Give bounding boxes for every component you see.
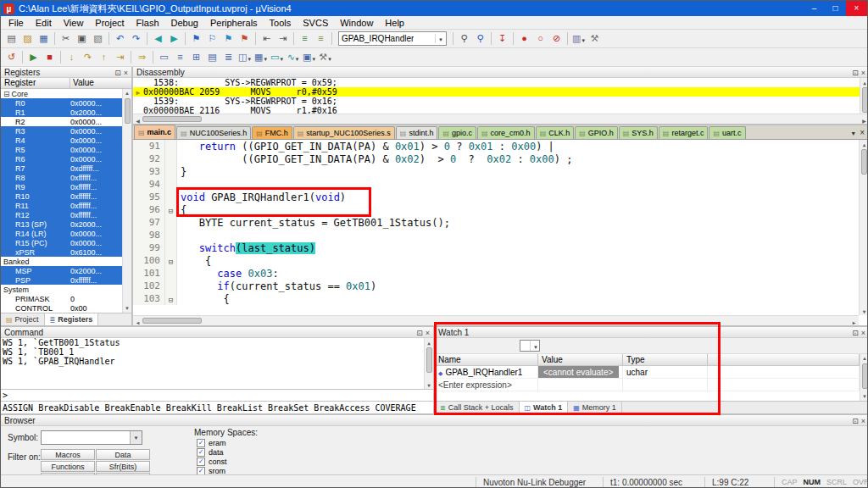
register-row-r2[interactable]: R20x0000...: [1, 117, 122, 126]
chevron-down-icon[interactable]: [130, 431, 142, 444]
filter-button-macros[interactable]: Macros: [41, 449, 95, 460]
register-row-r4[interactable]: R40x0000...: [1, 136, 122, 145]
tab-fmc-h[interactable]: FMC.h: [252, 126, 292, 139]
close-icon[interactable]: [124, 68, 128, 77]
scroll-up-icon[interactable]: [860, 78, 868, 86]
register-row-r11[interactable]: R110xffffff...: [1, 201, 122, 210]
register-row-r13-sp[interactable]: R13 (SP)0x2000...: [1, 219, 122, 229]
watch-row[interactable]: <Enter expression>: [435, 379, 860, 391]
watch-column-value[interactable]: Value: [538, 354, 623, 365]
memory-space-srom[interactable]: srom: [197, 466, 227, 474]
scroll-up-icon[interactable]: [860, 354, 868, 363]
symbol-combo[interactable]: [41, 430, 142, 445]
bookmark-toggle-button[interactable]: ⚑: [188, 30, 204, 47]
close-icon[interactable]: [426, 328, 430, 337]
run-to-cursor-button[interactable]: ⇥: [112, 49, 128, 65]
pin-icon[interactable]: [852, 416, 859, 425]
register-row-psp[interactable]: PSP0xffffff...: [1, 275, 122, 285]
run-button[interactable]: ▶: [25, 49, 42, 65]
find-button[interactable]: ⚲: [472, 30, 488, 47]
watch-name-cell[interactable]: <Enter expression>: [435, 379, 538, 391]
tab-gpio-c[interactable]: gpio.c: [438, 126, 476, 139]
register-row-control[interactable]: CONTROL0x00: [1, 303, 122, 313]
scroll-right-icon[interactable]: [860, 114, 868, 125]
menu-item-flash[interactable]: Flash: [131, 18, 165, 28]
breakpoint-kill-all-button[interactable]: ⊘: [548, 30, 565, 47]
pin-icon[interactable]: [114, 68, 121, 77]
menu-item-debug[interactable]: Debug: [165, 18, 204, 28]
register-row-r5[interactable]: R50x0000...: [1, 145, 122, 154]
tab-stdint-h[interactable]: stdint.h: [396, 126, 438, 139]
disassembly-line[interactable]: 0x00000BAE 2116 MOVS r1,#0x16: [133, 106, 860, 114]
register-row-r9[interactable]: R90xffffff...: [1, 182, 122, 191]
watch-scrollbar[interactable]: [860, 354, 868, 401]
step-into-button[interactable]: ↓: [64, 49, 80, 65]
tab-clk-h[interactable]: CLK.h: [536, 126, 575, 139]
tab-startup-nuc100series-s[interactable]: startup_NUC100Series.s: [293, 126, 395, 139]
indent-decrease-button[interactable]: ⇤: [259, 30, 275, 47]
code-line-97[interactable]: 97 BYTE current_status = GetTB001_1Statu…: [133, 216, 859, 229]
bookmark-clear-all-button[interactable]: ⚑: [236, 30, 253, 47]
tab-retarget-c[interactable]: retarget.c: [659, 126, 709, 139]
menu-item-view[interactable]: View: [58, 18, 90, 28]
watch-column-name[interactable]: Name: [435, 354, 538, 365]
code-area[interactable]: 91 return ((GPIO_GET_IN_DATA(PA) & 0x01)…: [133, 140, 868, 325]
disassembly-line[interactable]: 0x00000BAC 2059 MOVS r0,#0x59: [133, 87, 860, 97]
register-row-system[interactable]: System: [1, 285, 122, 294]
find-in-files-button[interactable]: ⚲: [456, 30, 472, 47]
memory-space-const[interactable]: const: [197, 457, 227, 466]
menu-item-tools[interactable]: Tools: [264, 18, 298, 28]
serial-window-button[interactable]: ▭: [269, 49, 285, 65]
toolbox-button[interactable]: ⚒: [587, 30, 603, 47]
code-line-93[interactable]: 93}: [133, 165, 859, 178]
tab-watch-1[interactable]: ◫Watch 1: [520, 402, 569, 413]
disassembly-line[interactable]: 1539: SYS->REGWRPROT = 0x16;: [133, 97, 860, 106]
scroll-left-icon[interactable]: [133, 315, 142, 326]
register-row-r10[interactable]: R100xffffff...: [1, 191, 122, 201]
copy-button[interactable]: ▣: [74, 30, 90, 47]
tab-sys-h[interactable]: SYS.h: [619, 126, 658, 139]
registers-scrollbar[interactable]: [122, 89, 131, 313]
menu-item-peripherals[interactable]: Peripherals: [204, 18, 264, 28]
scroll-down-icon[interactable]: [123, 304, 131, 313]
scrollbar-thumb[interactable]: [142, 318, 202, 324]
register-row-r15-pc[interactable]: R15 (PC)0x0000...: [1, 238, 122, 247]
reset-cpu-button[interactable]: ↺: [3, 49, 19, 65]
menu-item-edit[interactable]: Edit: [30, 18, 58, 28]
breakpoint-disable-button[interactable]: ○: [532, 30, 548, 47]
step-out-button[interactable]: ↑: [96, 49, 112, 65]
register-row-primask[interactable]: PRIMASK0: [1, 294, 122, 303]
scrollbar-thumb[interactable]: [861, 149, 867, 175]
register-row-r6[interactable]: R60x0000...: [1, 154, 122, 164]
menu-item-help[interactable]: Help: [379, 18, 410, 28]
symbol-window-button[interactable]: ⊞: [188, 49, 204, 65]
memory-window-button[interactable]: ▦: [253, 49, 269, 65]
tab-memory-1[interactable]: ▦Memory 1: [568, 402, 622, 413]
scrollbar-thumb[interactable]: [862, 87, 868, 113]
close-document-icon[interactable]: [860, 127, 865, 137]
editor-vscrollbar[interactable]: [859, 140, 868, 315]
fold-icon[interactable]: [169, 293, 173, 305]
register-row-r1[interactable]: R10x2000...: [1, 108, 122, 117]
filter-button-data[interactable]: Data: [96, 449, 150, 460]
watch-value-cell[interactable]: [538, 379, 623, 391]
code-line-98[interactable]: 98: [133, 229, 859, 241]
watch-name-cell[interactable]: GPAB_IRQHandler1: [435, 366, 538, 378]
tab-gpio-h[interactable]: GPIO.h: [575, 126, 618, 139]
close-icon[interactable]: [861, 328, 865, 337]
analysis-window-button[interactable]: ∿: [285, 49, 301, 65]
scroll-down-icon[interactable]: [860, 307, 868, 315]
breakpoint-toggle-button[interactable]: ●: [516, 30, 532, 47]
scroll-up-icon[interactable]: [123, 89, 131, 97]
open-file-button[interactable]: ▨: [19, 30, 36, 47]
pin-icon[interactable]: [416, 328, 423, 337]
command-input[interactable]: >: [1, 389, 433, 401]
tab-call-stack-locals[interactable]: ≣Call Stack + Locals: [435, 402, 520, 413]
pin-icon[interactable]: [852, 68, 859, 77]
register-row-banked[interactable]: Banked: [1, 257, 122, 266]
watch-window-button[interactable]: ◫: [236, 49, 253, 65]
cut-button[interactable]: ✂: [58, 30, 74, 47]
register-row-r7[interactable]: R70xdfffff...: [1, 164, 122, 173]
stop-button[interactable]: ■: [42, 49, 58, 65]
disassembly-line[interactable]: 1538: SYS->REGWRPROT = 0x59;: [133, 78, 860, 87]
